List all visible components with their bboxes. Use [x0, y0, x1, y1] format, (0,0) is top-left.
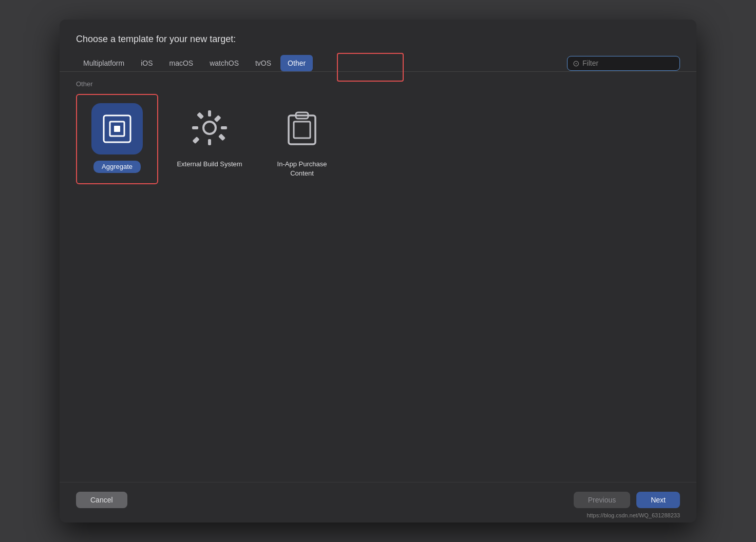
previous-button[interactable]: Previous	[574, 492, 630, 508]
aggregate-icon	[101, 112, 134, 145]
tab-multiplatform[interactable]: Multiplatform	[76, 55, 131, 71]
svg-rect-7	[221, 126, 227, 129]
external-build-icon	[189, 107, 230, 148]
iap-icon	[281, 107, 323, 148]
tab-tvos[interactable]: tvOS	[248, 55, 278, 71]
template-aggregate[interactable]: Aggregate	[76, 94, 158, 184]
cancel-button[interactable]: Cancel	[76, 492, 127, 508]
svg-rect-2	[114, 126, 120, 132]
svg-rect-5	[208, 139, 211, 145]
next-button[interactable]: Next	[636, 492, 680, 508]
content-area: Aggregate	[60, 94, 696, 482]
svg-rect-4	[208, 110, 211, 117]
footer-url: https://blog.csdn.net/WQ_631288233	[587, 512, 680, 518]
iap-label: In-App Purchase Content	[267, 160, 337, 178]
external-build-label: External Build System	[177, 160, 242, 169]
svg-rect-10	[193, 137, 200, 144]
dialog-title: Choose a template for your new target:	[60, 34, 696, 55]
template-dialog: Choose a template for your new target: M…	[60, 20, 696, 522]
tab-macos[interactable]: macOS	[162, 55, 200, 71]
tab-ios[interactable]: iOS	[134, 55, 160, 71]
filter-icon: ⊙	[573, 59, 579, 68]
aggregate-icon-wrap	[91, 103, 143, 154]
template-external-build[interactable]: External Build System	[168, 94, 251, 184]
svg-point-3	[203, 122, 216, 134]
svg-rect-11	[218, 133, 225, 141]
filter-input[interactable]	[582, 59, 670, 67]
iap-icon-wrap	[276, 102, 328, 153]
filter-container: ⊙	[567, 56, 680, 71]
aggregate-label: Aggregate	[93, 161, 141, 173]
nav-buttons: Previous Next	[574, 492, 680, 508]
items-grid: Aggregate	[76, 94, 680, 184]
svg-rect-12	[289, 115, 315, 144]
tab-other[interactable]: Other	[280, 55, 313, 71]
svg-rect-8	[197, 112, 204, 119]
tab-watchos[interactable]: watchOS	[202, 55, 246, 71]
section-label: Other	[60, 72, 696, 94]
template-iap[interactable]: In-App Purchase Content	[261, 94, 343, 184]
svg-rect-6	[192, 126, 198, 129]
svg-rect-13	[294, 122, 310, 138]
svg-rect-9	[214, 115, 221, 122]
tabs-row: Multiplatform iOS macOS watchOS tvOS Oth…	[60, 55, 696, 72]
external-build-icon-wrap	[184, 102, 235, 153]
